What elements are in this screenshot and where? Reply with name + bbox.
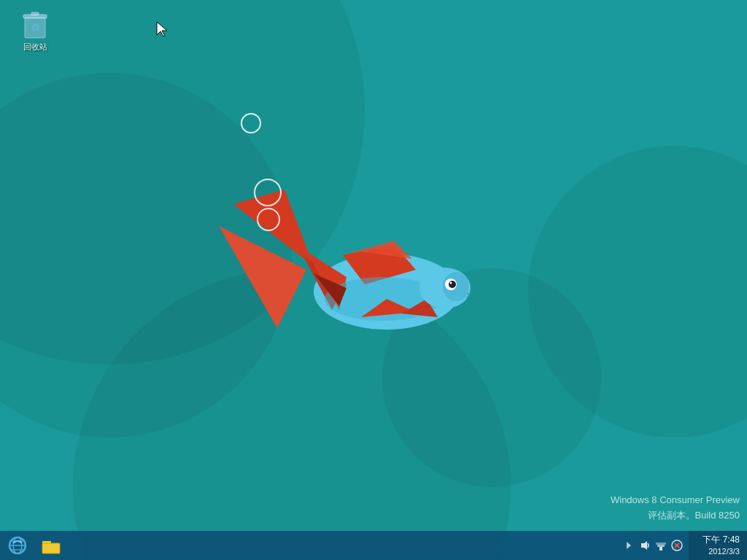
clock-time: 下午 7:48 [703, 534, 740, 546]
svg-rect-2 [31, 12, 39, 15]
svg-marker-29 [627, 542, 631, 549]
recycle-bin-label: 回收站 [23, 42, 47, 52]
watermark-line1: Windows 8 Consumer Preview [611, 493, 740, 508]
svg-point-19 [450, 282, 452, 284]
recycle-bin-graphic: ♻ [20, 7, 50, 39]
watermark-line2: 评估副本。Build 8250 [611, 508, 740, 524]
ie-taskbar-button[interactable] [1, 531, 34, 560]
clock-date: 2012/3/3 [708, 546, 740, 556]
system-tray [617, 540, 689, 551]
taskbar-left [0, 531, 67, 560]
bubble-medium [257, 208, 280, 231]
svg-rect-32 [657, 545, 665, 547]
svg-rect-33 [656, 542, 666, 545]
clock[interactable]: 下午 7:48 2012/3/3 [689, 531, 747, 560]
file-explorer-taskbar-button[interactable] [35, 531, 67, 560]
taskbar-right: 下午 7:48 2012/3/3 [617, 531, 747, 560]
network-tray-icon[interactable] [655, 540, 667, 551]
svg-rect-31 [659, 547, 662, 551]
svg-point-18 [449, 281, 456, 288]
action-center-tray-icon[interactable] [671, 540, 683, 551]
svg-rect-26 [42, 543, 60, 553]
svg-text:♻: ♻ [31, 22, 40, 34]
volume-tray-icon[interactable] [639, 540, 651, 551]
fish-illustration [219, 182, 525, 350]
recycle-bin-icon[interactable]: ♻ 回收站 [13, 7, 57, 52]
bubble-small [241, 113, 261, 133]
bubble-large [254, 179, 282, 206]
show-hidden-icons-button[interactable] [623, 540, 635, 551]
svg-marker-30 [641, 541, 647, 550]
taskbar: 下午 7:48 2012/3/3 [0, 531, 747, 560]
desktop: ♻ 回收站 [0, 0, 747, 560]
watermark: Windows 8 Consumer Preview 评估副本。Build 82… [611, 493, 740, 524]
